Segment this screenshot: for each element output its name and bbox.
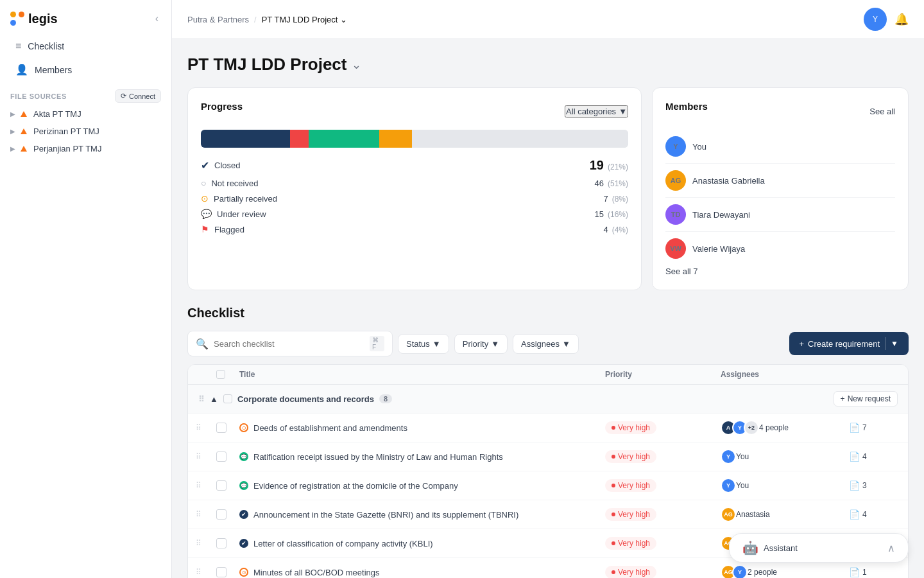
files-cell-6: 📄 1 — [849, 567, 900, 577]
priority-dot-4 — [612, 512, 615, 516]
priority-badge-5: Very high — [605, 537, 656, 550]
progress-card: Progress All categories ▼ — [187, 87, 642, 290]
sidebar-item-checklist[interactable]: ≡ Checklist — [5, 35, 166, 57]
assignee-avatars-6: AG Y — [721, 565, 744, 578]
stat-notreceived-pct: (51%) — [608, 179, 628, 188]
item-title-5: Letter of classification of company acti… — [253, 539, 433, 548]
connect-button[interactable]: ⟳ Connect — [115, 89, 161, 103]
breadcrumb-parent[interactable]: Putra & Partners — [187, 15, 249, 24]
assignee-avatars-1: A Y +2 — [721, 420, 755, 435]
all-categories-button[interactable]: All categories ▼ — [565, 105, 628, 118]
files-cell-3: 📄 3 — [849, 480, 900, 491]
user-avatar[interactable]: Y — [864, 8, 887, 31]
file-source-perizinan-label: Perizinan PT TMJ — [33, 127, 99, 136]
member-row-anastasia: AG Anastasia Gabriella — [665, 164, 895, 198]
breadcrumb-separator: / — [254, 15, 257, 24]
create-requirement-button[interactable]: + Create requirement ▼ — [789, 332, 909, 355]
flagged-icon: ⚑ — [201, 224, 209, 234]
file-count-1: 7 — [862, 423, 867, 432]
file-count-4: 4 — [862, 510, 867, 519]
assistant-icon: 🤖 — [742, 540, 758, 556]
progress-segment-underreview — [309, 130, 379, 148]
files-cell-4: 📄 4 — [849, 509, 900, 520]
assignee-av-1c: +2 — [744, 420, 759, 435]
group-checkbox[interactable] — [223, 394, 232, 403]
file-source-perjanjian-label: Perjanjian PT TMJ — [33, 144, 101, 153]
priority-dot-6 — [612, 570, 615, 574]
member-name-you: You — [692, 142, 706, 152]
row-checkbox-5[interactable] — [216, 538, 227, 548]
assignee-avatars-2: Y — [721, 449, 732, 464]
priority-cell-4: Very high — [605, 508, 721, 521]
assignees-cell-3: Y You — [721, 478, 849, 493]
chevron-perizinan: ▶ — [10, 128, 15, 135]
chevron-akta: ▶ — [10, 110, 15, 118]
search-input[interactable] — [214, 339, 364, 349]
row-checkbox-1[interactable] — [216, 423, 227, 433]
priority-label-1: Very high — [618, 423, 650, 432]
priority-filter-button[interactable]: Priority ▼ — [454, 334, 508, 354]
files-cell-1: 📄 7 — [849, 423, 900, 433]
sidebar: legis ‹ ≡ Checklist 👤 Members FILE SOURC… — [0, 0, 172, 578]
priority-badge-6: Very high — [605, 566, 656, 578]
row-checkbox-2[interactable] — [216, 451, 227, 462]
th-assignees: Assignees — [721, 370, 849, 379]
page-title-caret-icon[interactable]: ⌄ — [352, 58, 361, 72]
notification-bell-icon[interactable]: 🔔 — [894, 12, 909, 26]
chevron-perjanjian: ▶ — [10, 145, 15, 152]
logo-text: legis — [28, 12, 58, 26]
item-title-1: Deeds of establishment and amendments — [253, 423, 407, 433]
assignee-name-4: Anastasia — [736, 510, 770, 519]
member-row-tiara: TD Tiara Dewayani — [665, 198, 895, 232]
priority-filter-label: Priority — [463, 339, 488, 349]
item-title-4: Announcement in the State Gazette (BNRI)… — [253, 510, 518, 520]
breadcrumb-current[interactable]: PT TMJ LDD Project ⌄ — [262, 15, 348, 24]
priority-badge-2: Very high — [605, 450, 656, 463]
create-btn-divider — [885, 337, 886, 350]
select-all-checkbox[interactable] — [216, 370, 225, 379]
main-content: Putra & Partners / PT TMJ LDD Project ⌄ … — [172, 0, 924, 578]
progress-segment-rest — [412, 130, 628, 148]
progress-bar — [201, 130, 628, 148]
drag-handle-icon: ⠿ — [196, 568, 216, 577]
new-request-button[interactable]: + New request — [834, 391, 898, 407]
topbar: Putra & Partners / PT TMJ LDD Project ⌄ … — [172, 0, 924, 39]
row-checkbox-4[interactable] — [216, 509, 227, 520]
stat-notreceived-count: 46 — [595, 179, 604, 188]
files-cell-2: 📄 4 — [849, 451, 900, 462]
see-all-top-link[interactable]: See all — [869, 107, 895, 116]
row-checkbox-6[interactable] — [216, 567, 227, 577]
sidebar-item-members[interactable]: 👤 Members — [5, 58, 166, 81]
progress-header: Progress All categories ▼ — [201, 101, 628, 122]
assignee-name-2: You — [736, 452, 749, 461]
group-row-corporate: ⠿ ▲ Corporate documents and records 8 + … — [188, 385, 908, 414]
file-source-perjanjian[interactable]: ▶ Perjanjian PT TMJ — [0, 140, 171, 157]
content-area: PT TMJ LDD Project ⌄ Progress All catego… — [172, 39, 924, 578]
stat-underreview-label: Under review — [217, 209, 266, 219]
assistant-bubble[interactable]: 🤖 Assistant ∧ — [729, 533, 909, 563]
priority-label-4: Very high — [618, 510, 650, 519]
stat-partial-count: 7 — [603, 194, 608, 204]
file-source-perizinan[interactable]: ▶ Perizinan PT TMJ — [0, 123, 171, 140]
stat-flagged-pct: (4%) — [612, 225, 628, 234]
triangle-icon-perizinan — [21, 128, 27, 134]
see-all-bottom-link[interactable]: See all 7 — [665, 261, 698, 276]
stat-underreview: 💬 Under review 15 (16%) — [201, 209, 628, 219]
search-box: 🔍 ⌘ F — [187, 331, 393, 356]
status-check-icon-4: ✔ — [239, 510, 248, 519]
stat-partial: ⊙ Partially received 7 (8%) — [201, 193, 628, 204]
sidebar-collapse-button[interactable]: ‹ — [153, 10, 161, 27]
row-checkbox-3[interactable] — [216, 480, 227, 491]
file-source-akta[interactable]: ▶ Akta PT TMJ — [0, 105, 171, 123]
priority-badge-1: Very high — [605, 421, 656, 434]
breadcrumb: Putra & Partners / PT TMJ LDD Project ⌄ — [187, 15, 347, 24]
priority-cell-3: Very high — [605, 479, 721, 492]
checklist-toolbar: 🔍 ⌘ F Status ▼ Priority ▼ Assignees ▼ + … — [187, 331, 909, 356]
group-collapse-icon[interactable]: ▲ — [210, 394, 218, 404]
priority-label-3: Very high — [618, 481, 650, 490]
status-filter-button[interactable]: Status ▼ — [398, 334, 449, 354]
member-name-valerie: Valerie Wijaya — [692, 244, 745, 254]
assignees-filter-button[interactable]: Assignees ▼ — [513, 334, 579, 354]
assignee-name-6: 2 people — [748, 568, 777, 577]
member-avatar-you: Y — [665, 136, 686, 157]
